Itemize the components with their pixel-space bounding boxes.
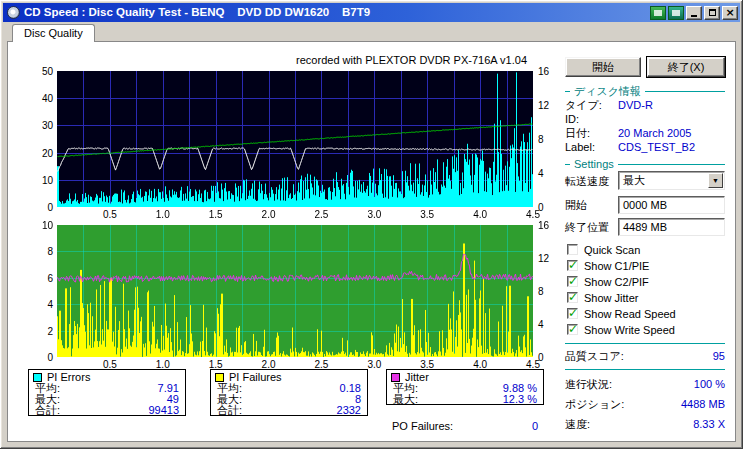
axis-tick-label: 1.0 (153, 209, 173, 220)
axis-tick-label: 3.5 (417, 209, 437, 220)
po-failures-label: PO Failures: (392, 420, 453, 432)
axis-tick-label: 6 (27, 273, 53, 284)
checkbox-box[interactable]: ✓ (567, 244, 578, 255)
checkbox-show-c2-pif[interactable]: ✓Show C2/PIF (567, 275, 649, 288)
disc-date-label: 日付: (565, 127, 590, 140)
checkbox-label: Show Write Speed (584, 324, 675, 336)
axis-tick-label: 10 (27, 175, 53, 186)
disc-info-header-label: ディスク情報 (574, 84, 641, 99)
start-pos-label: 開始 (565, 199, 587, 212)
axis-tick-label: 0.5 (100, 209, 120, 220)
checkbox-show-jitter[interactable]: ✓Show Jitter (567, 291, 638, 304)
pi-errors-color-swatch (33, 373, 42, 382)
disc-type-row: タイプ:DVD-R (565, 99, 725, 112)
axis-tick-label: 50 (27, 66, 53, 77)
checkbox-label: Show Read Speed (584, 308, 676, 320)
progress-row: 進行状況:100 % (565, 378, 725, 391)
titlebar-tool-icon-2[interactable] (668, 6, 684, 20)
window-title: CD Speed : Disc Quality Test - BENQ DVD … (24, 3, 650, 22)
pi-failures-jitter-chart (57, 225, 533, 357)
checkbox-show-write-speed[interactable]: ✓Show Write Speed (567, 323, 675, 336)
separator-line (565, 369, 725, 370)
checkbox-box[interactable]: ✓ (567, 276, 578, 287)
titlebar-tool-icon-1[interactable] (650, 6, 666, 20)
axis-tick-label: 12 (538, 253, 549, 264)
app-cd-icon (7, 6, 20, 19)
stat-value: 2332 (337, 405, 361, 416)
end-pos-input[interactable]: 4489 MB (618, 218, 725, 236)
axis-tick-label: 4.5 (523, 359, 543, 370)
recorded-with-text: recorded with PLEXTOR DVDR PX-716A v1.04 (57, 54, 533, 66)
pi-failures-stat-box: PI Failures 平均:0.18 最大:8 合計:2332 (210, 369, 368, 416)
minimize-icon (691, 15, 697, 17)
axis-tick-label: 2.0 (259, 359, 279, 370)
disc-date-row: 日付:20 March 2005 (565, 127, 725, 140)
tab-disc-quality[interactable]: Disc Quality (12, 24, 95, 42)
checkbox-label: Quick Scan (584, 244, 640, 256)
checkbox-box[interactable]: ✓ (567, 308, 578, 319)
end-pos-label: 終了位置 (565, 221, 609, 234)
checkbox-show-read-speed[interactable]: ✓Show Read Speed (567, 307, 676, 320)
po-failures-row: PO Failures: 0 (386, 420, 544, 432)
stat-label: 最大: (393, 394, 418, 405)
close-icon: × (725, 7, 734, 18)
axis-tick-label: 16 (538, 66, 549, 77)
exit-button-label: 終了(X) (668, 60, 705, 75)
speed-status-row: 速度:8.33 X (565, 418, 725, 431)
titlebar[interactable]: CD Speed : Disc Quality Test - BENQ DVD … (3, 3, 740, 22)
settings-header: Settings (565, 158, 725, 170)
jitter-color-swatch (391, 373, 400, 382)
titlebar-controls: × (650, 6, 738, 20)
checkbox-box[interactable]: ✓ (567, 260, 578, 271)
start-button[interactable]: 開始 (565, 57, 641, 77)
maximize-icon (709, 9, 716, 16)
checkbox-box[interactable]: ✓ (567, 292, 578, 303)
checkbox-show-c1-pie[interactable]: ✓Show C1/PIE (567, 259, 649, 272)
axis-tick-label: 4.5 (523, 209, 543, 220)
start-pos-input[interactable]: 0000 MB (618, 196, 725, 214)
axis-tick-label: 8 (27, 246, 53, 257)
axis-tick-label: 3.0 (364, 359, 384, 370)
section-rule (618, 164, 725, 165)
minimize-button[interactable] (686, 6, 702, 20)
chevron-down-icon[interactable]: ▼ (708, 173, 723, 188)
axis-tick-label: 30 (27, 120, 53, 131)
start-pos-value: 0000 MB (623, 199, 667, 211)
pi-failures-color-swatch (215, 373, 224, 382)
check-icon: ✓ (568, 274, 578, 288)
disc-id-row: ID: (565, 113, 725, 126)
disc-date-value: 20 March 2005 (618, 127, 691, 140)
check-icon: ✓ (568, 290, 578, 304)
close-button[interactable]: × (722, 6, 738, 20)
axis-tick-label: 2.5 (311, 359, 331, 370)
disc-id-label: ID: (565, 113, 579, 126)
axis-tick-label: 3.0 (364, 209, 384, 220)
axis-tick-label: 16 (538, 220, 549, 231)
axis-tick-label: 20 (27, 148, 53, 159)
axis-tick-label: 0 (27, 352, 53, 363)
checkbox-box[interactable]: ✓ (567, 324, 578, 335)
axis-tick-label: 8 (538, 286, 544, 297)
section-rule (645, 91, 725, 92)
progress-label: 進行状況: (565, 378, 612, 391)
checkbox-quick-scan[interactable]: ✓Quick Scan (567, 243, 640, 256)
checkbox-label: Show C2/PIF (584, 276, 649, 288)
stat-label: 合計: (217, 405, 242, 416)
disc-label-value: CDS_TEST_B2 (618, 141, 695, 154)
speed-select[interactable]: 最大 ▼ (618, 171, 725, 190)
axis-tick-label: 4.0 (470, 209, 490, 220)
po-failures-value: 0 (532, 420, 538, 432)
quality-score-row: 品質スコア:95 (565, 350, 725, 363)
separator-line (565, 343, 725, 344)
axis-tick-label: 8 (538, 134, 544, 145)
maximize-button[interactable] (704, 6, 720, 20)
disc-info-header: ディスク情報 (565, 85, 725, 97)
axis-tick-label: 3.5 (417, 359, 437, 370)
checkbox-label: Show C1/PIE (584, 260, 649, 272)
exit-button[interactable]: 終了(X) (647, 57, 725, 77)
disc-type-label: タイプ: (565, 99, 602, 112)
stat-row: 合計:2332 (211, 405, 367, 416)
axis-tick-label: 4 (538, 168, 544, 179)
speed-selected-value: 最大 (623, 173, 645, 188)
axis-tick-label: 1.5 (206, 209, 226, 220)
